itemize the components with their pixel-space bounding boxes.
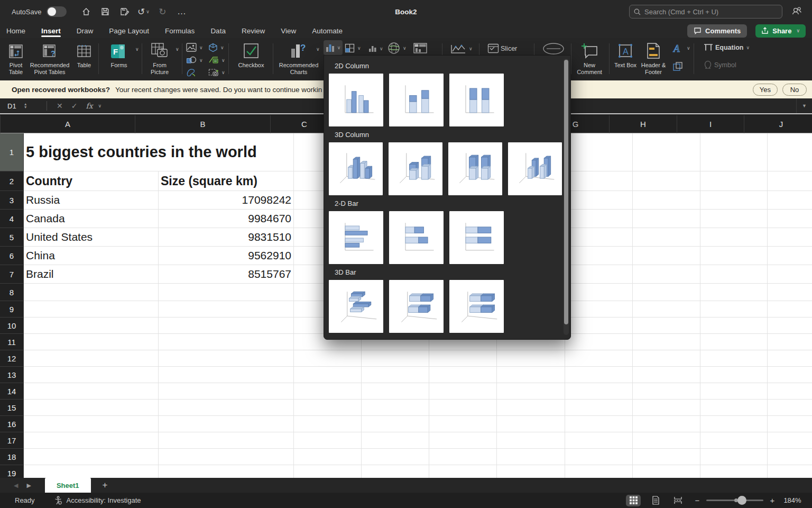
- tab-data[interactable]: Data: [210, 23, 226, 38]
- row-header-7[interactable]: 7: [0, 265, 24, 284]
- chart-type-stacked-column[interactable]: [389, 74, 444, 126]
- cell-E13[interactable]: [429, 367, 497, 383]
- cell-I7[interactable]: [700, 265, 768, 284]
- save-icon[interactable]: [99, 6, 111, 17]
- chart-type-stacked-bar-3d[interactable]: [389, 280, 444, 333]
- row-header-5[interactable]: 5: [0, 228, 24, 247]
- cell-A5[interactable]: United States: [24, 228, 159, 247]
- statistic-chart-button[interactable]: ∨: [368, 44, 383, 52]
- cell-I1[interactable]: [700, 133, 768, 171]
- pictures-button[interactable]: ∨: [186, 43, 203, 52]
- cell-G12[interactable]: [565, 350, 633, 367]
- row-header-8[interactable]: 8: [0, 284, 24, 301]
- cell-A3[interactable]: Russia: [24, 191, 159, 210]
- row-header-18[interactable]: 18: [0, 449, 24, 465]
- cell-J10[interactable]: [768, 318, 812, 334]
- cell-I6[interactable]: [700, 247, 768, 265]
- insert-function-icon[interactable]: fx: [86, 102, 93, 110]
- row-header-15[interactable]: 15: [0, 400, 24, 416]
- tab-home[interactable]: Home: [6, 23, 25, 38]
- cell-A17[interactable]: [24, 432, 159, 449]
- tab-insert[interactable]: Insert: [41, 23, 61, 38]
- name-box-spinner[interactable]: ▲▼: [24, 103, 27, 110]
- cell-D15[interactable]: [362, 400, 429, 416]
- cell-H18[interactable]: [633, 449, 700, 465]
- cell-J11[interactable]: [768, 334, 812, 350]
- cell-G14[interactable]: [565, 383, 633, 400]
- cell-G3[interactable]: [565, 191, 633, 210]
- recommended-charts-chevron-icon[interactable]: ∨: [316, 47, 320, 52]
- row-header-2[interactable]: 2: [0, 171, 24, 191]
- cell-J1[interactable]: [768, 133, 812, 171]
- cell-J19[interactable]: [768, 465, 812, 478]
- cell-G5[interactable]: [565, 228, 633, 247]
- row-header-1[interactable]: 1: [0, 133, 24, 171]
- save-as-icon[interactable]: [118, 6, 130, 17]
- share-button[interactable]: Share ∨: [755, 24, 806, 38]
- cell-A19[interactable]: [24, 465, 159, 478]
- tab-review[interactable]: Review: [242, 23, 265, 38]
- cell-J17[interactable]: [768, 432, 812, 449]
- cell-G6[interactable]: [565, 247, 633, 265]
- cell-J9[interactable]: [768, 301, 812, 318]
- 3d-models-button[interactable]: ∨: [208, 43, 224, 52]
- yes-button[interactable]: Yes: [753, 84, 778, 96]
- cell-C12[interactable]: [294, 350, 362, 367]
- cell-A2[interactable]: Country: [24, 171, 159, 191]
- cell-H15[interactable]: [633, 400, 700, 416]
- cell-B12[interactable]: [159, 350, 294, 367]
- cell-D14[interactable]: [362, 383, 429, 400]
- forms-chevron-icon[interactable]: ∨: [135, 47, 139, 52]
- cell-G10[interactable]: [565, 318, 633, 334]
- cell-I10[interactable]: [700, 318, 768, 334]
- cell-H8[interactable]: [633, 284, 700, 301]
- cell-F18[interactable]: [497, 449, 565, 465]
- header-footer-button[interactable]: Header & Footer: [639, 41, 668, 76]
- chart-type-column-3d[interactable]: [508, 142, 562, 195]
- select-all-corner[interactable]: [0, 115, 1, 133]
- search-box[interactable]: [629, 5, 782, 19]
- pivotchart-button[interactable]: [413, 43, 427, 53]
- function-chevron-icon[interactable]: ∨: [98, 103, 102, 108]
- row-header-17[interactable]: 17: [0, 432, 24, 449]
- cell-B10[interactable]: [159, 318, 294, 334]
- cell-H16[interactable]: [633, 416, 700, 432]
- zoom-in-button[interactable]: +: [768, 496, 777, 505]
- chart-menu-scrollbar-thumb[interactable]: [564, 60, 568, 324]
- cell-I9[interactable]: [700, 301, 768, 318]
- cell-D18[interactable]: [362, 449, 429, 465]
- cell-B14[interactable]: [159, 383, 294, 400]
- cell-J12[interactable]: [768, 350, 812, 367]
- cell-E12[interactable]: [429, 350, 497, 367]
- page-layout-view-button[interactable]: [648, 495, 663, 506]
- cell-A15[interactable]: [24, 400, 159, 416]
- cell-I11[interactable]: [700, 334, 768, 350]
- row-header-13[interactable]: 13: [0, 367, 24, 383]
- cell-B4[interactable]: 9984670: [159, 210, 294, 228]
- column-header-I[interactable]: I: [677, 115, 744, 133]
- cell-I16[interactable]: [700, 416, 768, 432]
- cell-D12[interactable]: [362, 350, 429, 367]
- text-box-button[interactable]: A Text Box: [613, 41, 638, 69]
- cell-J16[interactable]: [768, 416, 812, 432]
- object-button[interactable]: [672, 61, 683, 72]
- tab-page-layout[interactable]: Page Layout: [109, 23, 149, 38]
- cell-J5[interactable]: [768, 228, 812, 247]
- cell-B16[interactable]: [159, 416, 294, 432]
- cell-H9[interactable]: [633, 301, 700, 318]
- enter-icon[interactable]: ✓: [71, 102, 78, 110]
- cell-A11[interactable]: [24, 334, 159, 350]
- cell-B18[interactable]: [159, 449, 294, 465]
- from-picture-chevron-icon[interactable]: ∨: [176, 47, 179, 52]
- cell-E17[interactable]: [429, 432, 497, 449]
- tab-draw[interactable]: Draw: [77, 23, 94, 38]
- cell-A6[interactable]: China: [24, 247, 159, 265]
- cell-G15[interactable]: [565, 400, 633, 416]
- maps-button[interactable]: ∨: [387, 42, 407, 55]
- zoom-level[interactable]: 184%: [777, 496, 808, 504]
- cell-I15[interactable]: [700, 400, 768, 416]
- chart-type-clustered-column-3d[interactable]: [329, 142, 383, 195]
- pivot-table-button[interactable]: Pivot Table: [4, 41, 27, 76]
- table-button[interactable]: Table: [73, 41, 95, 69]
- tab-formulas[interactable]: Formulas: [165, 23, 195, 38]
